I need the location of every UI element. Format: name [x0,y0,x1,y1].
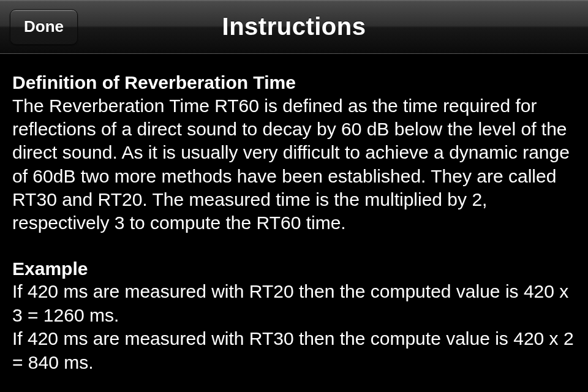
example-heading: Example [12,257,576,281]
example-line-1: If 420 ms are measured with RT20 then th… [12,280,576,327]
definition-body: The Reverberation Time RT60 is defined a… [12,94,576,235]
page-title: Instructions [222,13,366,40]
section-gap [12,235,576,257]
example-line-2: If 420 ms are measured with RT30 then th… [12,327,576,374]
definition-heading: Definition of Reverberation Time [12,71,576,94]
done-button[interactable]: Done [10,9,78,45]
content-area: Definition of Reverberation Time The Rev… [0,54,588,374]
done-button-label: Done [24,17,64,36]
navbar: Done Instructions [0,0,588,54]
